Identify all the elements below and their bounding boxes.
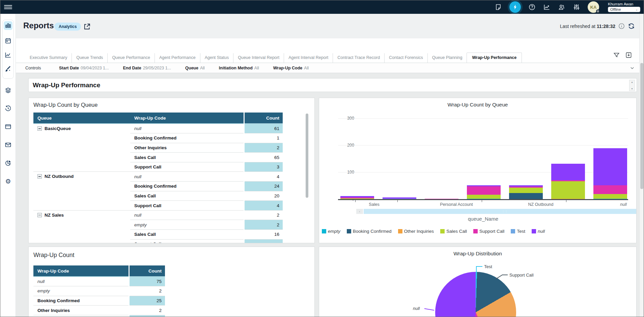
info-icon[interactable] [618,23,625,29]
chart-scroll-track[interactable]: ⋮⋮ [364,209,637,214]
report-tabs: Executive SummaryQueue TrendsQueue Perfo… [25,54,616,63]
note-icon[interactable] [495,3,502,11]
bar-segment-support-call[interactable] [593,185,627,194]
column-header-wrapup-code[interactable]: Wrap-Up Code [33,265,129,277]
controls-collapse-chevron-icon[interactable] [630,66,635,70]
x-axis-tick [355,200,356,202]
column-header-wrapup-code[interactable]: Wrap-Up Code [130,113,244,124]
pie-chart-icon [5,160,11,166]
sidebar-item-reports[interactable] [4,21,12,30]
sidebar-item-pie-chart[interactable] [4,159,12,167]
tab-agent-performance[interactable]: Agent Performance [155,53,200,63]
quick-actions-bolt-icon[interactable] [509,1,521,13]
legend-item-support-call[interactable]: Support Call [473,229,504,234]
sheet-title-panel: Wrap-Up Performance ▲▼ [28,78,637,92]
legend-item-test[interactable]: Test [511,229,525,234]
column-header-count[interactable]: Count [129,265,165,277]
tab-queue-trends[interactable]: Queue Trends [72,53,107,63]
control-value: 09/04/2023 1... [81,66,109,70]
download-icon[interactable] [625,52,632,58]
sidebar-item-settings[interactable]: ⚙ [4,177,12,186]
analytics-badge[interactable]: Analytics [54,23,81,31]
calendar-icon [5,37,11,44]
legend-swatch [347,229,351,233]
sidebar-item-mail[interactable] [4,140,12,149]
collapse-group-icon[interactable] [37,174,42,179]
user-status-dot [596,9,600,13]
column-header-count[interactable]: Count [244,113,283,124]
agents-icon[interactable] [558,3,565,11]
tab-agent-interval-report[interactable]: Agent Interval Report [284,53,333,63]
user-name: Khurram Awan [608,2,640,6]
legend-item-empty[interactable]: empty [322,229,340,234]
bar-queue-5[interactable] [551,164,585,199]
bar-segment-sales-call[interactable] [593,194,627,199]
settings-sliders-icon[interactable] [573,3,580,11]
bar-segment-support-call[interactable] [467,186,501,195]
metrics-icon[interactable] [543,3,551,11]
table-scrollbar-thumb[interactable] [306,114,308,198]
sheet-scroll-stepper[interactable]: ▲▼ [629,80,635,91]
bar-segment-null[interactable] [593,148,627,185]
wrapup-code-cell: empty [130,220,244,230]
x-axis-label-nz-outbound: NZ Outbound [528,202,553,207]
legend-swatch [440,229,445,233]
sidebar-item-line-chart[interactable] [4,51,12,59]
top-navigation-bar: KA Khurram Awan Offline⌄ [0,0,644,14]
help-icon[interactable] [528,3,536,11]
count-cell [244,239,283,243]
sidebar-item-history[interactable] [4,104,12,113]
controls-label[interactable]: Controls [25,66,59,70]
hamburger-menu-icon[interactable] [4,4,12,10]
tab-queue-interval-report[interactable]: Queue Interval Report [233,53,284,63]
control-queue[interactable]: QueueAll [185,66,205,70]
page-scrollbar-thumb[interactable] [640,63,643,189]
wrapup-code-cell: Support Call [130,162,244,172]
sidebar-item-window[interactable] [4,122,12,131]
agent-status-dropdown[interactable]: Offline⌄ [608,7,640,12]
chart-scroll-left-button[interactable]: ‹ [356,209,363,214]
gridline [338,145,628,146]
tab-wrap-up-performance[interactable]: Wrap-Up Performance [467,53,522,64]
wrapup-code-cell: Support Call [130,239,244,243]
refresh-icon[interactable] [628,23,635,30]
column-header-queue[interactable]: Queue [33,113,130,124]
tab-contract-trace-record[interactable]: Contract Trace Record [333,53,384,63]
legend-item-sales-call[interactable]: Sales Call [440,229,467,234]
control-label: End Date [123,66,141,70]
tab-executive-summary[interactable]: Executive Summary [25,53,72,63]
legend-item-null[interactable]: null [532,229,545,234]
wrapup-count-by-queue-table-panel: Wrap-Up Count by Queue Queue Wrap-Up Cod… [28,98,315,243]
bar-segment-sales-call[interactable] [551,181,585,199]
control-start-date[interactable]: Start Date09/04/2023 1... [59,66,109,70]
bar-queue-3[interactable] [467,185,501,199]
sidebar-item-customize[interactable] [4,65,12,73]
tab-queue-planning[interactable]: Queue Planning [427,53,467,63]
legend-item-booking-confirmed[interactable]: Booking Confirmed [347,229,392,234]
count-cell: 2 [129,286,165,296]
control-initiation-method[interactable]: Initiation MethodAll [219,66,259,70]
bar-segment-booking-confirmed[interactable] [509,193,543,199]
legend-swatch [398,229,402,233]
tab-queue-performance[interactable]: Queue Performance [107,53,155,63]
tab-agent-status[interactable]: Agent Status [200,53,233,63]
sidebar-item-calendar[interactable] [4,36,12,45]
collapse-group-icon[interactable] [37,213,42,217]
wrapup-distribution-pie[interactable] [435,272,516,317]
legend-item-other-inquiries[interactable]: Other Inquiries [398,229,434,234]
table-row: null75 [33,277,165,286]
collapse-group-icon[interactable] [37,126,42,131]
control-end-date[interactable]: End Date29/05/2023 1... [123,66,171,70]
bar-segment-null[interactable] [551,164,585,180]
tab-contact-forensics[interactable]: Contact Forensics [384,53,427,63]
gear-icon: ⚙ [5,178,11,185]
bar-segment-sales-call[interactable] [467,195,501,199]
control-wrap-up-code[interactable]: Wrap-Up CodeAll [273,66,309,70]
open-external-icon[interactable] [83,23,91,30]
bar-nz-outbound[interactable] [509,185,543,199]
bar-segment-sales-call[interactable] [509,188,543,193]
wrapup-code-cell: null [130,172,244,182]
bar-null[interactable] [593,148,627,199]
sidebar-item-layers[interactable] [4,86,12,95]
count-cell: 24 [244,182,283,191]
